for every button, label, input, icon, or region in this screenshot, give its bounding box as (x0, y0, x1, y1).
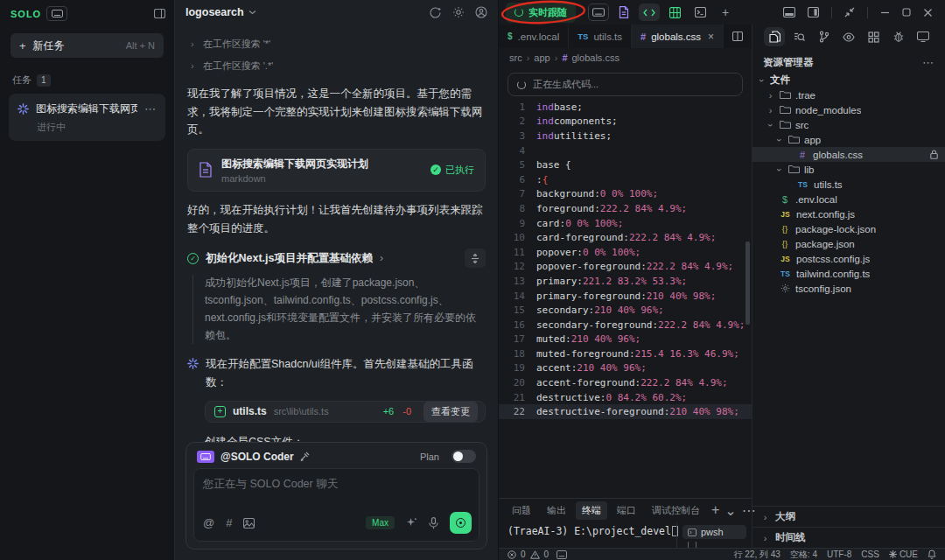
run-debug-eye-icon[interactable] (838, 27, 859, 46)
code-line-22[interactable]: 22destructive-foreground: 210 40% 98%; (499, 404, 752, 419)
mention-icon[interactable]: @ (203, 516, 214, 529)
code-line-7[interactable]: 7background: 0 0% 100%; (499, 187, 752, 202)
search-icon[interactable] (788, 27, 809, 46)
code-line-13[interactable]: 13primary: 221.2 83.2% 53.3%; (499, 274, 752, 289)
plan-document-card[interactable]: 图标搜索编辑下载网页实现计划 markdown ✓ 已执行 (187, 149, 486, 192)
code-line-8[interactable]: 8foreground: 222.2 84% 4.9%; (499, 201, 752, 216)
timeline-section[interactable]: ›时间线 (752, 527, 945, 548)
max-mode-badge[interactable]: Max (366, 516, 395, 529)
code-line-11[interactable]: 11popover: 0 0% 100%; (499, 245, 752, 260)
code-line-3[interactable]: 3ind utilities; (499, 129, 752, 144)
code-line-5[interactable]: 5base { (499, 158, 752, 172)
notifications-bell-icon[interactable] (928, 550, 936, 559)
chat-textarea[interactable] (194, 469, 479, 512)
collapse-icon[interactable] (844, 7, 855, 18)
terminal-tab-输出[interactable]: 输出 (541, 501, 572, 520)
remote-window-icon[interactable] (913, 27, 934, 46)
breadcrumb-item[interactable]: app (534, 52, 550, 63)
code-line-1[interactable]: 1ind base; (499, 100, 752, 115)
agent-name[interactable]: logosearch (186, 6, 244, 18)
editor-scrollbar[interactable] (746, 242, 750, 325)
tree-item-src[interactable]: ›src (752, 117, 945, 132)
task-card[interactable]: 图标搜索编辑下载网页 ⋯ 进行中 (9, 94, 165, 141)
status-item[interactable]: CSS (861, 550, 879, 559)
code-line-6[interactable]: 6: { (499, 172, 752, 187)
send-button[interactable] (450, 512, 472, 534)
new-task-button[interactable]: + 新任务 Alt + N (10, 33, 164, 58)
error-count[interactable]: 0 (521, 550, 526, 559)
code-line-10[interactable]: 10card-foreground: 222.2 84% 4.9%; (499, 230, 752, 245)
tree-item-tailwind.config.ts[interactable]: TStailwind.config.ts (752, 266, 945, 281)
code-line-14[interactable]: 14primary-foreground: 210 40% 98%; (499, 289, 752, 304)
tree-item-node_modules[interactable]: ›node_modules (752, 102, 945, 117)
code-editor[interactable]: 正在生成代码... 1ind base;2ind components;3ind… (499, 66, 752, 498)
terminal-dropdown-icon[interactable]: ⌄ (724, 502, 736, 519)
document-view-icon[interactable] (613, 4, 634, 21)
split-editor-icon[interactable] (732, 32, 743, 41)
close-tab-icon[interactable]: × (708, 31, 714, 43)
code-view-icon[interactable] (639, 4, 660, 21)
sparkle-icon[interactable] (406, 517, 417, 528)
code-line-15[interactable]: 15secondary: 210 40% 96%; (499, 303, 752, 318)
plan-toggle[interactable] (452, 450, 476, 463)
add-view-icon[interactable]: + (715, 4, 736, 21)
panel-bottom-icon[interactable] (783, 7, 795, 18)
editor-tab-.env.local[interactable]: $.env.local (499, 24, 569, 48)
keyboard-mode-icon[interactable] (588, 4, 609, 21)
solo-keyboard-icon[interactable] (46, 6, 67, 21)
terminal-more-icon[interactable]: ⋯ (742, 502, 756, 519)
status-item[interactable]: 行 22, 列 43 (733, 549, 780, 560)
tree-item-package-lock.json[interactable]: {}package-lock.json (752, 221, 945, 236)
panel-right-icon[interactable] (808, 7, 819, 18)
editor-tab-globals.css[interactable]: #globals.css× (632, 24, 724, 48)
close-icon[interactable] (923, 8, 933, 18)
terminal-tab-问题[interactable]: 问题 (506, 501, 537, 520)
explorer-more-icon[interactable]: ⋯ (922, 56, 934, 69)
add-terminal-icon[interactable]: + (711, 502, 719, 518)
terminal-view-icon[interactable] (690, 4, 710, 21)
image-attach-icon[interactable] (243, 518, 255, 528)
tree-item-文件[interactable]: ›文件 (752, 73, 945, 88)
code-line-2[interactable]: 2ind components; (499, 115, 752, 130)
breadcrumb-item[interactable]: globals.css (572, 52, 620, 63)
code-line-12[interactable]: 12popover-foreground: 222.2 84% 4.9%; (499, 260, 752, 275)
terminal-tab-终端[interactable]: 终端 (576, 501, 607, 520)
tree-item-.env.local[interactable]: $.env.local (752, 192, 945, 206)
tree-item-tsconfig.json[interactable]: tsconfig.json (752, 281, 945, 296)
minimize-icon[interactable] (880, 8, 890, 18)
code-line-9[interactable]: 9card: 0 0% 100%; (499, 216, 752, 231)
tree-item-package.json[interactable]: {}package.json (752, 236, 945, 251)
editor-tab-utils.ts[interactable]: TSutils.ts (569, 24, 632, 48)
chat-input-box[interactable]: @ # Max (193, 468, 480, 542)
expand-steps-icon[interactable] (465, 248, 486, 268)
status-item[interactable]: 空格: 4 (790, 549, 817, 560)
workspace-search-quote[interactable]: ›在工作区搜索 '.*' (191, 58, 486, 74)
sidebar-toggle-icon[interactable] (154, 9, 165, 18)
code-line-17[interactable]: 17muted: 210 40% 96%; (499, 332, 752, 347)
tree-item-globals.css[interactable]: #globals.css (752, 147, 945, 162)
tree-item-postcss.config.js[interactable]: JSpostcss.config.js (752, 251, 945, 266)
explorer-icon[interactable] (764, 27, 785, 46)
tree-item-app[interactable]: ›app (752, 132, 945, 147)
workspace-search-quote[interactable]: ›在工作区搜索 '*' (191, 36, 486, 52)
chevron-down-icon[interactable] (248, 10, 256, 15)
outline-section[interactable]: ›大纲 (752, 506, 945, 527)
extensions-icon[interactable] (863, 27, 884, 46)
view-changes-button[interactable]: 查看变更 (424, 402, 478, 422)
code-line-21[interactable]: 21destructive: 0 84.2% 60.2%; (499, 390, 752, 405)
cue-indicator[interactable]: CUE (889, 550, 918, 559)
tree-item-.trae[interactable]: ›.trae (752, 88, 945, 102)
new-chat-icon[interactable] (429, 6, 442, 19)
debug-bug-icon[interactable] (888, 27, 909, 46)
task-menu-icon[interactable]: ⋯ (144, 102, 157, 116)
restore-icon[interactable] (902, 8, 911, 17)
breadcrumb-item[interactable]: src (509, 52, 522, 63)
terminal-tab-调试控制台[interactable]: 调试控制台 (646, 501, 706, 520)
terminal-tab-端口[interactable]: 端口 (611, 501, 642, 520)
code-line-19[interactable]: 19accent: 210 40% 96%; (499, 361, 752, 376)
tree-item-lib[interactable]: ›lib (752, 162, 945, 177)
code-line-16[interactable]: 16secondary-foreground: 222.2 84% 4.9%; (499, 318, 752, 332)
code-line-20[interactable]: 20accent-foreground: 222.2 84% 4.9%; (499, 375, 752, 390)
account-icon[interactable] (475, 6, 487, 18)
microphone-icon[interactable] (429, 517, 438, 529)
